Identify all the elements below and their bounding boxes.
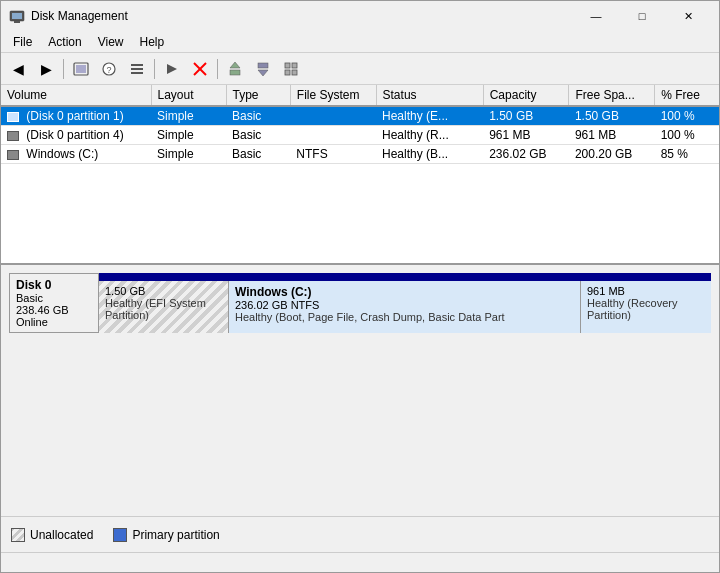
disk-label: Disk 0 Basic 238.46 GB Online <box>9 273 99 333</box>
table-row[interactable]: (Disk 0 partition 1) Simple Basic Health… <box>1 106 719 126</box>
list-button[interactable] <box>124 57 150 81</box>
help-button[interactable]: ? <box>96 57 122 81</box>
row1-percentfree: 100 % <box>655 106 719 126</box>
forward-button[interactable]: ▶ <box>33 57 59 81</box>
row2-status: Healthy (R... <box>376 126 483 145</box>
maximize-button[interactable]: □ <box>619 1 665 31</box>
svg-rect-2 <box>14 21 20 23</box>
svg-rect-18 <box>292 63 297 68</box>
svg-marker-16 <box>258 70 268 76</box>
row1-filesystem <box>290 106 376 126</box>
col-freespace[interactable]: Free Spa... <box>569 85 655 106</box>
menu-action[interactable]: Action <box>40 33 89 51</box>
disk-top-bar <box>99 273 711 281</box>
volume-button[interactable] <box>68 57 94 81</box>
table-row[interactable]: Windows (C:) Simple Basic NTFS Healthy (… <box>1 145 719 164</box>
row2-percentfree: 100 % <box>655 126 719 145</box>
volume-panel: Volume Layout Type File System Status Ca… <box>1 85 719 265</box>
close-button[interactable]: ✕ <box>665 1 711 31</box>
windows-size: 236.02 GB NTFS <box>235 299 574 311</box>
partition-efi[interactable]: 1.50 GB Healthy (EFI System Partition) <box>99 281 229 333</box>
svg-rect-15 <box>258 63 268 68</box>
download-button[interactable] <box>250 57 276 81</box>
row3-volume: Windows (C:) <box>1 145 151 164</box>
row1-volume: (Disk 0 partition 1) <box>1 106 151 126</box>
svg-rect-8 <box>131 68 143 70</box>
delete-button[interactable] <box>187 57 213 81</box>
app-icon <box>9 8 25 24</box>
volume-table: Volume Layout Type File System Status Ca… <box>1 85 719 164</box>
minimize-button[interactable]: — <box>573 1 619 31</box>
svg-rect-9 <box>131 72 143 74</box>
row3-filesystem: NTFS <box>290 145 376 164</box>
svg-rect-4 <box>76 65 86 73</box>
disk-status: Online <box>16 316 92 328</box>
toolbar: ◀ ▶ ? <box>1 53 719 85</box>
row1-capacity: 1.50 GB <box>483 106 569 126</box>
col-volume[interactable]: Volume <box>1 85 151 106</box>
disk-icon <box>7 131 19 141</box>
disk-map-panel: Disk 0 Basic 238.46 GB Online 1.50 GB He… <box>1 265 719 516</box>
disk-partitions-container: 1.50 GB Healthy (EFI System Partition) W… <box>99 273 711 333</box>
menu-bar: File Action View Help <box>1 31 719 53</box>
menu-help[interactable]: Help <box>132 33 173 51</box>
row2-filesystem <box>290 126 376 145</box>
row2-volume: (Disk 0 partition 4) <box>1 126 151 145</box>
legend-bar: Unallocated Primary partition <box>1 516 719 552</box>
col-status[interactable]: Status <box>376 85 483 106</box>
svg-marker-10 <box>167 64 177 74</box>
svg-rect-17 <box>285 63 290 68</box>
row3-status: Healthy (B... <box>376 145 483 164</box>
disk-size: 238.46 GB <box>16 304 92 316</box>
row3-capacity: 236.02 GB <box>483 145 569 164</box>
col-filesystem[interactable]: File System <box>290 85 376 106</box>
row2-freespace: 961 MB <box>569 126 655 145</box>
menu-file[interactable]: File <box>5 33 40 51</box>
window-controls: — □ ✕ <box>573 1 711 31</box>
row3-percentfree: 85 % <box>655 145 719 164</box>
primary-swatch <box>113 528 127 542</box>
back-button[interactable]: ◀ <box>5 57 31 81</box>
upload-button[interactable] <box>222 57 248 81</box>
recovery-size: 961 MB <box>587 285 705 297</box>
disk-icon <box>7 112 19 122</box>
row2-capacity: 961 MB <box>483 126 569 145</box>
main-content: Volume Layout Type File System Status Ca… <box>1 85 719 516</box>
windows-info: Healthy (Boot, Page File, Crash Dump, Ba… <box>235 311 574 323</box>
disk-name: Disk 0 <box>16 278 92 292</box>
row1-layout: Simple <box>151 106 226 126</box>
properties-button[interactable] <box>278 57 304 81</box>
svg-rect-1 <box>12 13 22 19</box>
svg-marker-14 <box>230 62 240 68</box>
row1-type: Basic <box>226 106 290 126</box>
table-row[interactable]: (Disk 0 partition 4) Simple Basic Health… <box>1 126 719 145</box>
col-percentfree[interactable]: % Free <box>655 85 719 106</box>
svg-rect-20 <box>292 70 297 75</box>
recovery-info: Healthy (Recovery Partition) <box>587 297 705 321</box>
col-type[interactable]: Type <box>226 85 290 106</box>
toolbar-sep-2 <box>154 59 155 79</box>
windows-name: Windows (C:) <box>235 285 574 299</box>
disk-icon <box>7 150 19 160</box>
primary-label: Primary partition <box>132 528 219 542</box>
row1-freespace: 1.50 GB <box>569 106 655 126</box>
partition-windows[interactable]: Windows (C:) 236.02 GB NTFS Healthy (Boo… <box>229 281 581 333</box>
unalloc-label: Unallocated <box>30 528 93 542</box>
legend-primary: Primary partition <box>113 528 219 542</box>
col-capacity[interactable]: Capacity <box>483 85 569 106</box>
row1-status: Healthy (E... <box>376 106 483 126</box>
row3-layout: Simple <box>151 145 226 164</box>
svg-rect-19 <box>285 70 290 75</box>
toolbar-sep-3 <box>217 59 218 79</box>
status-bar <box>1 552 719 572</box>
arrow-button[interactable] <box>159 57 185 81</box>
efi-info: Healthy (EFI System Partition) <box>105 297 222 321</box>
row3-freespace: 200.20 GB <box>569 145 655 164</box>
menu-view[interactable]: View <box>90 33 132 51</box>
svg-text:?: ? <box>106 65 111 75</box>
partition-recovery[interactable]: 961 MB Healthy (Recovery Partition) <box>581 281 711 333</box>
efi-size: 1.50 GB <box>105 285 222 297</box>
window-title: Disk Management <box>31 9 128 23</box>
toolbar-sep-1 <box>63 59 64 79</box>
col-layout[interactable]: Layout <box>151 85 226 106</box>
